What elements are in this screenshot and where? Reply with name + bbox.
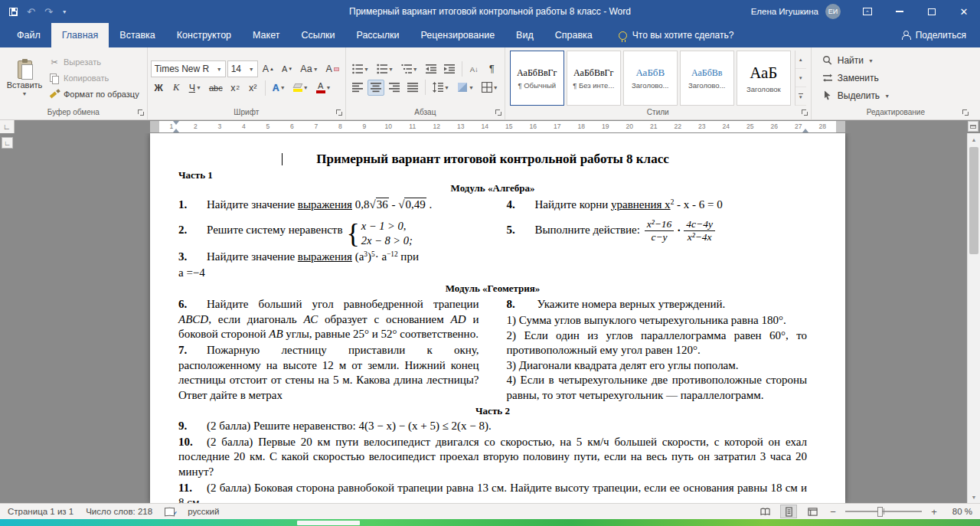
font-color-button[interactable]: А▼ (313, 80, 335, 96)
minimize-button[interactable] (884, 0, 916, 23)
strikethrough-button[interactable]: abc (206, 80, 226, 96)
page-indicator[interactable]: Страница 1 из 1 (8, 507, 74, 516)
text-effects-button[interactable]: А▼ (270, 80, 289, 96)
increase-indent-button[interactable] (441, 61, 458, 77)
gallery-up-button[interactable]: ▲ (795, 51, 806, 69)
sort-button[interactable]: А↓ (466, 61, 482, 77)
save-icon[interactable] (9, 8, 18, 16)
replace-button[interactable]: Заменить (822, 70, 890, 87)
subscript-button[interactable]: х2 (227, 80, 243, 96)
underline-button[interactable]: Ч▼ (186, 80, 204, 96)
cut-button[interactable]: ✂Вырезать (49, 54, 144, 70)
document-page[interactable]: Примерный вариант итоговой контрольной р… (150, 133, 845, 503)
scrollbar-thumb[interactable] (969, 147, 978, 254)
tab-stop-selector[interactable]: ∟ (0, 120, 15, 133)
select-button[interactable]: Выделить ▼ (822, 88, 890, 104)
zoom-in-button[interactable]: + (929, 506, 939, 518)
borders-button[interactable]: ▼ (479, 80, 501, 96)
line-spacing-button[interactable]: ▼ (430, 80, 452, 96)
style-no-spacing[interactable]: АаБбВвГг ¶ Без инте... (567, 51, 621, 106)
style-heading1[interactable]: АаБбВ Заголово... (623, 51, 678, 106)
tab-review[interactable]: Рецензирование (410, 23, 506, 47)
change-case-button[interactable]: Аа▼ (297, 61, 321, 77)
grow-font-button[interactable]: А▲ (260, 61, 277, 77)
ribbon-display-options-button[interactable]: ⌃ (851, 0, 884, 23)
tab-help[interactable]: Справка (544, 23, 603, 47)
zoom-level[interactable]: 80 % (946, 507, 972, 516)
font-size-combo[interactable]: 14▼ (227, 60, 258, 77)
find-button[interactable]: Найти ▼ (822, 53, 890, 69)
shading-button[interactable]: ▼ (454, 80, 477, 96)
statement-line: 4) Если в четырехугольнике две противопо… (507, 373, 808, 403)
justify-button[interactable] (404, 80, 421, 96)
first-line-indent-marker[interactable] (173, 121, 179, 125)
align-right-button[interactable] (386, 80, 403, 96)
font-family-combo[interactable]: Times New R▼ (151, 60, 226, 77)
multilevel-list-button[interactable]: ▼ (398, 61, 421, 77)
style-heading2[interactable]: АаБбВв Заголово... (680, 51, 734, 106)
align-left-button[interactable] (349, 80, 366, 96)
right-indent-marker[interactable] (802, 129, 808, 132)
close-button[interactable]: ✕ (948, 0, 980, 23)
dialog-launcher-icon[interactable] (495, 109, 502, 116)
tab-file[interactable]: Файл (6, 23, 51, 47)
align-center-button[interactable] (368, 80, 384, 96)
tab-view[interactable]: Вид (505, 23, 544, 47)
zoom-slider-thumb[interactable] (877, 507, 883, 517)
vertical-ruler-tab[interactable]: ∟ (2, 137, 13, 149)
clear-formatting-button[interactable]: А (323, 61, 342, 77)
web-layout-button[interactable] (804, 505, 821, 518)
bullets-button[interactable]: ▼ (349, 61, 372, 77)
paste-button[interactable]: Вставить ▼ (3, 50, 46, 106)
shrink-font-button[interactable]: А▼ (279, 61, 296, 77)
maximize-icon (928, 8, 936, 15)
avatar[interactable]: ЕИ (825, 4, 841, 19)
dialog-launcher-icon[interactable] (138, 109, 145, 116)
style-name: Заголовок (746, 85, 781, 93)
scroll-up-button[interactable]: ▲ (968, 133, 980, 145)
copy-button[interactable]: Копировать (49, 70, 144, 86)
gallery-more-button[interactable]: ▼ (795, 87, 806, 106)
highlight-button[interactable]: ▼ (290, 80, 312, 96)
ruler-toggle-button[interactable] (968, 121, 978, 132)
share-button[interactable]: Поделиться (902, 23, 980, 47)
read-mode-button[interactable] (756, 505, 773, 518)
numbering-button[interactable]: ▼ (374, 61, 397, 77)
print-layout-button[interactable] (780, 505, 797, 518)
fraction: x²−16c−y (645, 218, 675, 243)
qat-customize-icon[interactable]: ▼ (62, 9, 67, 15)
redo-icon[interactable]: ↷ (44, 6, 53, 18)
word-count[interactable]: Число слов: 218 (86, 507, 152, 516)
tab-layout[interactable]: Макет (242, 23, 290, 47)
superscript-button[interactable]: х² (245, 80, 261, 96)
bold-button[interactable]: Ж (151, 80, 167, 96)
tab-insert[interactable]: Вставка (109, 23, 165, 47)
language-indicator[interactable]: русский (188, 507, 219, 516)
horizontal-ruler[interactable]: 1234567891011121314151617181920212223242… (150, 121, 845, 132)
style-normal[interactable]: АаБбВвГг ¶ Обычный (510, 51, 564, 106)
scroll-down-button[interactable]: ▼ (968, 491, 980, 503)
decrease-indent-button[interactable] (423, 61, 439, 77)
tab-references[interactable]: Ссылки (290, 23, 345, 47)
format-painter-label: Формат по образцу (64, 90, 139, 99)
tab-design[interactable]: Конструктор (166, 23, 242, 47)
dialog-launcher-icon[interactable] (802, 109, 808, 116)
vertical-scrollbar[interactable]: ▲ ▼ (967, 133, 980, 503)
collapse-ribbon-icon[interactable] (962, 109, 969, 116)
show-marks-button[interactable]: ¶ (484, 61, 500, 77)
hanging-indent-marker[interactable] (173, 129, 179, 132)
tab-mailings[interactable]: Рассылки (345, 23, 410, 47)
gallery-down-button[interactable]: ▼ (795, 69, 806, 87)
undo-icon[interactable]: ↶ (27, 6, 35, 18)
zoom-out-button[interactable]: − (828, 506, 838, 518)
zoom-slider[interactable] (845, 511, 922, 512)
tab-home[interactable]: Главная (51, 23, 109, 47)
format-painter-button[interactable]: Формат по образцу (49, 87, 144, 102)
italic-button[interactable]: К (168, 80, 185, 96)
tell-me-box[interactable]: Что вы хотите сделать? (619, 23, 734, 47)
maximize-button[interactable] (916, 0, 948, 23)
style-title[interactable]: АаБ Заголовок (737, 51, 791, 106)
proofing-icon[interactable]: ✓ (165, 507, 175, 516)
user-name[interactable]: Елена Игушкина (751, 7, 818, 16)
dialog-launcher-icon[interactable] (336, 109, 343, 116)
